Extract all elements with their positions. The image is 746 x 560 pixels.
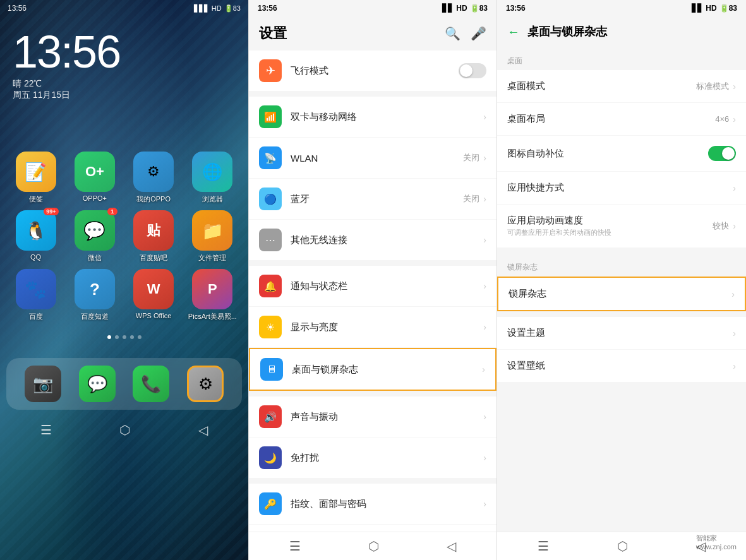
settings-item-bluetooth[interactable]: 🔵 蓝牙 关闭 ›	[249, 179, 496, 219]
desktop-mode-text: 桌面模式	[507, 80, 696, 92]
dock-phone[interactable]: 📞	[133, 366, 169, 402]
dnd-arrow: ›	[483, 453, 486, 463]
sim-arrow: ›	[483, 112, 486, 122]
app-files[interactable]: 📁 文件管理	[186, 210, 239, 263]
nav3-menu-icon[interactable]: ☰	[538, 539, 549, 554]
app-picsart-label: PicsArt美易照...	[188, 312, 237, 321]
app-notes[interactable]: 📝 便签	[9, 152, 62, 204]
nav2-back-icon[interactable]: ◁	[447, 539, 456, 554]
battery-icon: 🔋83	[224, 4, 241, 13]
nav-back-icon[interactable]: ◁	[198, 422, 208, 438]
dnd-icon: 🌙	[259, 446, 282, 469]
divider-2	[249, 261, 496, 266]
app-oppo-plus-label: OPPO+	[83, 194, 107, 202]
app-baidu-icon: 🐾	[16, 269, 56, 309]
status-icons-3: ▋▋ HD 🔋83	[692, 4, 737, 13]
dock-camera[interactable]: 📷	[25, 366, 61, 402]
nav2-menu-icon[interactable]: ☰	[289, 539, 301, 554]
theme-arrow: ›	[733, 328, 736, 338]
app-picsart-icon: P	[192, 269, 232, 309]
settings-item-sound[interactable]: 🔊 声音与振动 ›	[249, 396, 496, 437]
app-baidu[interactable]: 🐾 百度	[9, 269, 62, 321]
wallpaper-arrow: ›	[733, 361, 736, 371]
app-myoppo-label: 我的OPPO	[136, 194, 171, 204]
wireless-arrow: ›	[483, 235, 486, 245]
clock-weather: 晴 22℃	[13, 78, 42, 88]
bluetooth-value: 关闭	[463, 193, 479, 205]
sim-text: 双卡与移动网络	[291, 111, 483, 123]
app-wps-label: WPS Office	[136, 312, 172, 319]
panel-item-lockscreen[interactable]: 锁屏杂志 ›	[497, 277, 746, 311]
nav-bar-1: ☰ ⬡ ◁	[0, 416, 248, 444]
settings-item-desktop[interactable]: 🖥 桌面与锁屏杂志 ›	[249, 348, 496, 391]
nav-home-icon[interactable]: ⬡	[119, 422, 130, 438]
panel-item-auto-fill[interactable]: 图标自动补位	[497, 136, 746, 171]
sound-text: 声音与振动	[291, 411, 483, 423]
anim-speed-text-wrap: 应用启动动画速度 可调整应用开启和关闭动画的快慢	[507, 215, 713, 237]
settings-item-wireless[interactable]: ⋯ 其他无线连接 ›	[249, 220, 496, 260]
clock-time: 13:56	[13, 29, 236, 74]
panel-item-shortcuts[interactable]: 应用快捷方式 ›	[497, 172, 746, 204]
settings-item-breeno[interactable]: ● Breeno ›	[249, 525, 496, 532]
panel-item-anim-speed[interactable]: 应用启动动画速度 可调整应用开启和关闭动画的快慢 较快 ›	[497, 205, 746, 247]
dot-1	[107, 335, 111, 339]
app-browser[interactable]: 🌐 浏览器	[186, 152, 239, 204]
divider-3	[249, 391, 496, 396]
nav-menu-icon[interactable]: ☰	[40, 422, 52, 438]
settings-item-dnd[interactable]: 🌙 免打扰 ›	[249, 438, 496, 478]
app-browser-label: 浏览器	[202, 194, 223, 204]
settings-item-sim[interactable]: 📶 双卡与移动网络 ›	[249, 97, 496, 137]
app-wps[interactable]: W WPS Office	[128, 269, 180, 321]
app-oppo-plus[interactable]: O+ OPPO+	[68, 152, 121, 204]
settings-item-display[interactable]: ☀ 显示与亮度 ›	[249, 307, 496, 347]
hd-badge-2: HD	[456, 4, 467, 13]
panel-item-wallpaper[interactable]: 设置壁纸 ›	[497, 350, 746, 382]
notifications-icon: 🔔	[259, 275, 282, 297]
search-icon[interactable]: 🔍	[445, 26, 460, 41]
panel-item-theme[interactable]: 设置主题 ›	[497, 317, 746, 349]
bluetooth-arrow: ›	[483, 194, 486, 204]
app-baidu-post-label: 百度贴吧	[140, 253, 167, 263]
panel-item-layout[interactable]: 桌面布局 4×6 ›	[497, 103, 746, 135]
app-myoppo[interactable]: ⚙ 我的OPPO	[128, 152, 180, 204]
phone-desktop-settings: 13:56 ▋▋ HD 🔋83 ← 桌面与锁屏杂志 桌面 桌面模式 标准模式 ›…	[497, 0, 746, 560]
nav3-home-icon[interactable]: ⬡	[617, 539, 628, 554]
app-baidu-know[interactable]: ? 百度知道	[68, 269, 121, 321]
nav2-home-icon[interactable]: ⬡	[368, 539, 379, 554]
back-button[interactable]: ←	[507, 25, 520, 39]
dock-settings[interactable]: ⚙	[187, 366, 224, 402]
wlan-icon: 📡	[259, 146, 282, 169]
settings-item-wlan[interactable]: 📡 WLAN 关闭 ›	[249, 138, 496, 178]
app-wps-icon: W	[133, 269, 174, 309]
app-baidu-know-icon: ?	[75, 269, 115, 309]
anim-speed-text: 应用启动动画速度	[507, 215, 713, 227]
airplane-toggle[interactable]	[459, 63, 486, 78]
dock-messages[interactable]: 💬	[79, 366, 116, 402]
app-baidu-label: 百度	[29, 312, 43, 321]
panel-item-desktop-mode[interactable]: 桌面模式 标准模式 ›	[497, 70, 746, 102]
dock-messages-icon: 💬	[79, 366, 116, 402]
fingerprint-arrow: ›	[483, 499, 486, 509]
phone-settings: 13:56 ▋▋ HD 🔋83 设置 🔍 🎤 ✈ 飞行模式 📶 双卡与移动网络 …	[248, 0, 497, 560]
sim-icon: 📶	[259, 105, 282, 128]
anim-speed-value: 较快	[713, 220, 729, 232]
app-dock: 📷 💬 📞 ⚙	[6, 358, 242, 410]
app-myoppo-icon: ⚙	[133, 152, 174, 192]
wireless-text: 其他无线连接	[291, 234, 483, 246]
auto-fill-toggle[interactable]	[708, 146, 736, 161]
settings-item-notifications[interactable]: 🔔 通知与状态栏 ›	[249, 266, 496, 306]
settings-item-airplane[interactable]: ✈ 飞行模式	[249, 51, 496, 91]
hd-badge-3: HD	[706, 4, 716, 13]
mic-icon[interactable]: 🎤	[471, 26, 486, 41]
dock-phone-icon: 📞	[133, 366, 169, 402]
app-wechat[interactable]: 💬 1 微信	[68, 210, 121, 263]
app-picsart[interactable]: P PicsArt美易照...	[186, 269, 239, 321]
auto-fill-text: 图标自动补位	[507, 148, 708, 160]
battery-icon-2: 🔋83	[470, 4, 488, 13]
battery-icon-3: 🔋83	[719, 4, 737, 13]
app-qq[interactable]: 🐧 99+ QQ	[9, 210, 62, 263]
settings-item-fingerprint[interactable]: 🔑 指纹、面部与密码 ›	[249, 484, 496, 524]
layout-arrow: ›	[733, 114, 736, 124]
app-baidu-post[interactable]: 贴 百度贴吧	[128, 210, 180, 263]
panel-title: 桌面与锁屏杂志	[527, 24, 607, 39]
